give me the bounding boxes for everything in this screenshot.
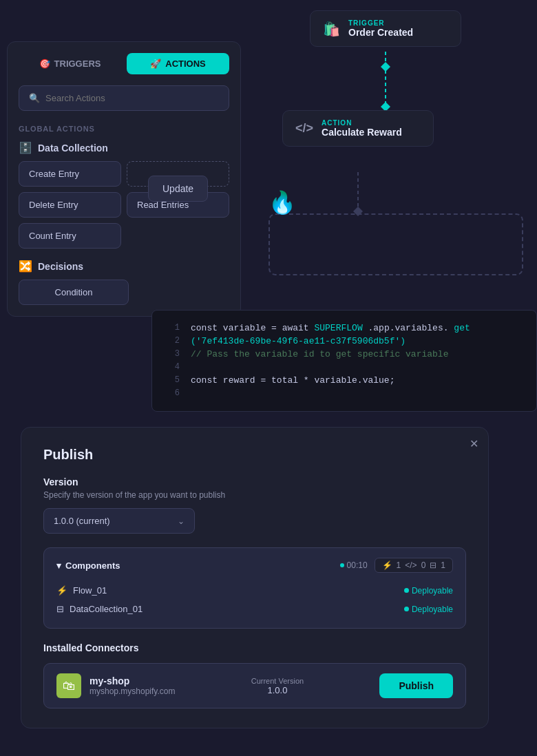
code-line-2: 2 ('7ef413de-69be-49f6-ae11-c37f5906db5f… <box>152 335 536 348</box>
code-line-3: 3 // Pass the variable id to get specifi… <box>152 348 536 361</box>
connector-row: 🛍 my-shop myshop.myshopify.com Current V… <box>43 663 466 708</box>
decisions-section: 🔀 Decisions Condition <box>19 260 229 305</box>
tab-row: 🎯 TRIGGERS 🚀 ACTIONS <box>19 53 229 74</box>
components-header: ▾ Components 00:10 ⚡ 1 </> 0 ⊟ 1 <box>56 558 453 573</box>
modal-close-button[interactable]: ✕ <box>470 437 478 450</box>
trigger-node: 🛍️ TRIGGER Order Created <box>310 10 461 47</box>
flow-meta-icon: ⚡ <box>382 560 392 570</box>
decisions-header: 🔀 Decisions <box>19 260 229 273</box>
component-row-flow: ⚡ Flow_01 Deployable <box>56 581 453 600</box>
chevron-components-icon: ▾ <box>56 560 61 571</box>
chevron-down-icon: ⌄ <box>178 516 185 526</box>
tab-actions[interactable]: 🚀 ACTIONS <box>127 53 229 74</box>
count-entry-button[interactable]: Count Entry <box>19 223 121 249</box>
flow-icon: ⚡ <box>56 585 67 596</box>
shopify-logo: 🛍 <box>56 673 81 698</box>
delete-entry-button[interactable]: Delete Entry <box>19 192 121 218</box>
placeholder-node <box>268 213 523 275</box>
version-section-sub: Specify the version of the app you want … <box>43 490 466 500</box>
search-icon: 🔍 <box>29 93 40 103</box>
search-input[interactable] <box>45 93 219 103</box>
data-collection-header: 🗄️ Data Collection <box>19 141 229 154</box>
trigger-node-icon: 🛍️ <box>323 21 340 37</box>
global-actions-label: GLOBAL ACTIONS <box>19 125 229 133</box>
database-icon: 🗄️ <box>19 141 32 154</box>
components-box: ▾ Components 00:10 ⚡ 1 </> 0 ⊟ 1 <box>43 547 466 629</box>
deployable-dot-2 <box>404 607 409 611</box>
data-component-name: ⊟ DataCollection_01 <box>56 604 143 614</box>
deployable-dot-1 <box>404 588 409 593</box>
tab-triggers[interactable]: 🎯 TRIGGERS <box>19 53 121 74</box>
components-title: ▾ Components <box>56 560 120 571</box>
code-line-5: 5 const reward = total * variable.value; <box>152 374 536 387</box>
condition-button[interactable]: Condition <box>19 280 129 305</box>
code-line-4: 4 <box>152 361 536 374</box>
connector-info: 🛍 my-shop myshop.myshopify.com <box>56 673 175 698</box>
publish-modal: ✕ Publish Version Specify the version of… <box>21 427 489 728</box>
action-node-icon: </> <box>295 121 313 136</box>
flow-component-name: ⚡ Flow_01 <box>56 585 107 596</box>
flow-deployable-badge: Deployable <box>404 586 453 596</box>
svg-marker-4 <box>381 62 390 72</box>
installed-connectors-title: Installed Connectors <box>43 642 466 653</box>
action-node: </> ACTION Calculate Reward <box>282 110 434 147</box>
version-section-title: Version <box>43 476 466 487</box>
publish-button[interactable]: Publish <box>379 673 453 698</box>
version-select[interactable]: 1.0.0 (current) ⌄ <box>43 508 195 534</box>
data-deployable-badge: Deployable <box>404 605 453 614</box>
actions-icon: 🚀 <box>150 59 161 69</box>
code-line-6: 6 <box>152 387 536 400</box>
search-bar[interactable]: 🔍 <box>19 85 229 111</box>
component-row-data: ⊟ DataCollection_01 Deployable <box>56 600 453 618</box>
modal-title: Publish <box>43 447 466 463</box>
triggers-icon: 🎯 <box>39 59 50 69</box>
data-meta-icon: ⊟ <box>430 560 436 570</box>
components-meta: 00:10 ⚡ 1 </> 0 ⊟ 1 <box>340 558 453 573</box>
decisions-icon: 🔀 <box>19 260 32 273</box>
code-meta-icon: </> <box>405 560 417 570</box>
code-panel: 1 const variable = await SUPERFLOW .app.… <box>151 310 537 412</box>
connector-version: Current Version 1.0.0 <box>251 677 304 695</box>
flame-decoration: 🔥 <box>268 189 296 216</box>
flow-canvas: 🛍️ TRIGGER Order Created </> ACTION Calc… <box>268 0 537 296</box>
meta-badge: ⚡ 1 </> 0 ⊟ 1 <box>375 558 453 573</box>
data-collection-actions: Create Entry Delete Entry Read Entries C… <box>19 161 229 249</box>
time-dot <box>340 563 344 567</box>
code-line-1: 1 const variable = await SUPERFLOW .app.… <box>152 322 536 335</box>
data-icon: ⊟ <box>56 604 64 614</box>
update-tooltip: Update <box>148 176 208 202</box>
create-entry-button[interactable]: Create Entry <box>19 161 121 187</box>
